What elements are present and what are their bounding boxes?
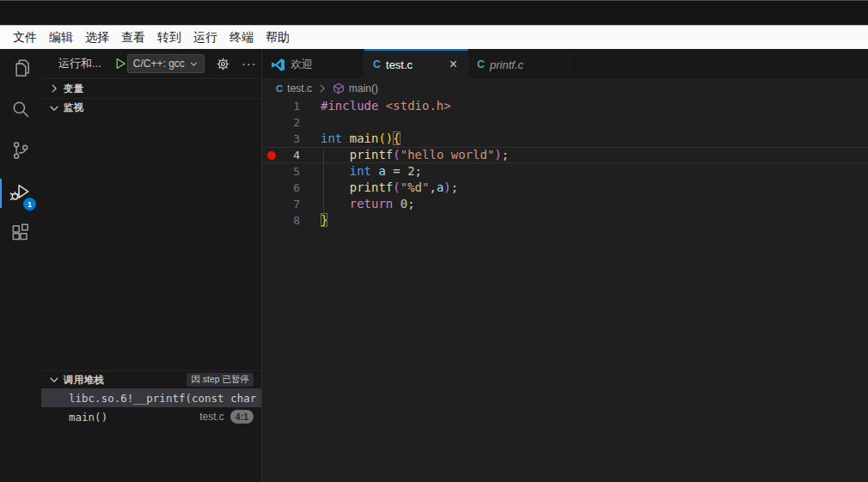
code-token: ; <box>502 148 509 162</box>
code-line-text: int a = 2; <box>300 163 422 180</box>
line-number: 8 <box>281 212 300 229</box>
title-bar <box>0 0 868 25</box>
menu-item-选择[interactable]: 选择 <box>79 30 115 46</box>
breadcrumb: Ctest.cmain() <box>262 79 868 97</box>
menu-item-帮助[interactable]: 帮助 <box>260 30 296 46</box>
code-token: #include <box>321 99 386 113</box>
menu-item-查看[interactable]: 查看 <box>115 30 151 46</box>
section-variables[interactable]: 变量 <box>41 78 261 98</box>
more-actions-button[interactable]: ··· <box>241 59 257 68</box>
activity-bar-item-source-control[interactable] <box>0 131 41 173</box>
code-token: ) <box>494 148 501 162</box>
code-line-text: printf("%d",a); <box>300 180 458 196</box>
tab-test.c[interactable]: Ctest.c× <box>364 49 468 79</box>
extensions-icon <box>9 222 32 247</box>
menu-item-运行[interactable]: 运行 <box>187 30 223 46</box>
symbol-method-icon <box>333 82 345 95</box>
code-token: printf <box>350 180 394 194</box>
call-stack-frame[interactable]: main()test.c4:1 <box>41 407 261 426</box>
tab-bar-empty-space <box>571 49 868 79</box>
code-token <box>321 197 350 210</box>
breakpoint-gutter[interactable] <box>262 163 281 180</box>
section-call-stack[interactable]: 调用堆栈 因 step 已暂停 <box>41 370 261 388</box>
section-variables-label: 变量 <box>64 82 83 95</box>
code-token: 2 <box>407 164 414 178</box>
frame-name: main() <box>69 411 107 424</box>
line-number: 2 <box>281 114 300 131</box>
section-watch-label: 监视 <box>64 101 83 114</box>
code-line-text: #include <stdio.h> <box>300 98 451 114</box>
code-token: ) <box>443 180 450 194</box>
editor-code-line[interactable]: 1#include <stdio.h> <box>262 98 868 114</box>
vscode-logo-icon <box>271 58 285 72</box>
c-file-icon: C <box>373 58 381 70</box>
code-token: int <box>350 164 379 178</box>
menu-item-文件[interactable]: 文件 <box>7 30 43 46</box>
activity-bar-item-run-and-debug[interactable]: 1 <box>0 173 41 214</box>
debug-settings-gear-button[interactable] <box>217 58 229 70</box>
tab-printf.c[interactable]: Cprintf.c <box>468 49 571 79</box>
debug-config-label: C/C++: gcc <box>133 58 185 70</box>
editor-code-line[interactable]: 6 printf("%d",a); <box>262 180 868 196</box>
breakpoint-gutter[interactable] <box>262 212 281 229</box>
code-token: 0 <box>400 197 407 210</box>
line-number: 1 <box>281 98 300 114</box>
menu-item-编辑[interactable]: 编辑 <box>43 30 79 46</box>
code-token <box>321 180 350 194</box>
search-icon <box>9 98 32 124</box>
close-icon[interactable]: × <box>448 58 459 70</box>
menu-bar: 文件编辑选择查看转到运行终端帮助 <box>0 25 868 49</box>
editor-code-line[interactable]: 3int main(){ <box>262 131 868 147</box>
activity-bar-item-extensions[interactable] <box>0 214 41 255</box>
debug-config-dropdown[interactable]: C/C++: gcc <box>127 54 205 73</box>
code-line-text: printf("hello world"); <box>300 147 509 163</box>
line-number: 4 <box>281 147 300 163</box>
gear-icon <box>217 58 229 70</box>
activity-bar-item-explorer[interactable] <box>0 49 41 90</box>
breakpoint-gutter[interactable] <box>262 131 281 147</box>
workbench: 1 运行和... C/C++: gcc ··· 变量 监视 调用堆栈 因 ste… <box>0 49 868 482</box>
code-token: main <box>350 131 379 145</box>
breakpoint-gutter[interactable] <box>262 196 281 212</box>
start-debug-button[interactable] <box>113 54 127 73</box>
code-token: printf <box>350 148 394 162</box>
code-token <box>321 164 350 178</box>
code-token: return <box>350 197 400 210</box>
code-line-text: } <box>300 212 327 229</box>
code-token: , <box>429 180 436 194</box>
menu-item-终端[interactable]: 终端 <box>223 30 260 46</box>
call-stack-frame[interactable]: libc.so.6!__printf(const char * <box>41 388 261 407</box>
breakpoint-gutter[interactable] <box>262 180 281 196</box>
chevron-down-icon <box>47 101 61 115</box>
chevron-right-icon <box>47 82 61 95</box>
editor-code-line[interactable]: 5 int a = 2; <box>262 163 868 180</box>
sidebar-header: 运行和... C/C++: gcc ··· <box>41 49 261 78</box>
code-line-text: return 0; <box>300 196 415 212</box>
editor-group: 欢迎Ctest.c×Cprintf.c Ctest.cmain() 1#incl… <box>262 49 868 482</box>
section-call-stack-label: 调用堆栈 <box>64 374 104 387</box>
chevron-down-icon <box>47 373 61 387</box>
frame-name: libc.so.6!__printf(const char * <box>69 392 261 405</box>
c-file-icon: C <box>276 83 283 94</box>
code-token: ; <box>407 197 414 210</box>
paused-on-step-badge: 因 step 已暂停 <box>186 373 254 387</box>
code-token: ( <box>393 148 400 162</box>
breadcrumb-symbol[interactable]: main() <box>349 82 378 95</box>
tab-欢迎[interactable]: 欢迎 <box>262 49 364 79</box>
debug-sidebar: 运行和... C/C++: gcc ··· 变量 监视 调用堆栈 因 step … <box>41 49 262 482</box>
menu-item-转到[interactable]: 转到 <box>151 30 187 46</box>
section-watch[interactable]: 监视 <box>41 98 261 117</box>
editor-code-line[interactable]: 8} <box>262 212 868 229</box>
activity-bar-item-search[interactable] <box>0 90 41 131</box>
breadcrumb-file[interactable]: test.c <box>287 82 312 95</box>
code-editor[interactable]: 1#include <stdio.h>23int main(){4 printf… <box>262 97 868 482</box>
code-token: () <box>378 131 393 145</box>
editor-code-line[interactable]: 4 printf("hello world"); <box>262 147 868 163</box>
chevron-right-icon <box>316 82 328 95</box>
code-token: %d <box>407 180 422 194</box>
breakpoint-gutter[interactable] <box>262 98 281 114</box>
editor-code-line[interactable]: 7 return 0; <box>262 196 868 212</box>
editor-code-line[interactable]: 2 <box>262 114 868 131</box>
breakpoint-gutter[interactable] <box>262 114 281 131</box>
breakpoint-gutter[interactable] <box>262 147 281 163</box>
